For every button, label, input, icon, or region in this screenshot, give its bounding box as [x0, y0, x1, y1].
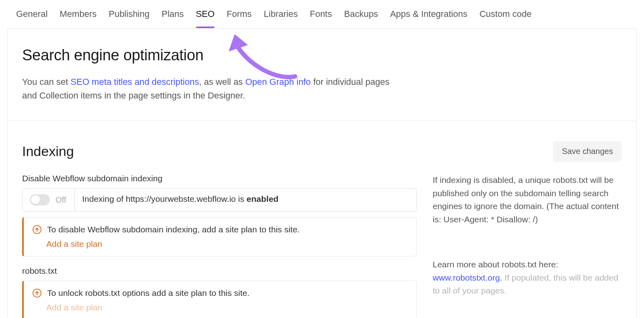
robots-help-prefix: Learn more about robots.txt here: [433, 260, 558, 269]
indexing-toggle[interactable] [30, 194, 50, 205]
indexing-status-prefix: Indexing of https://yourwebste.webflow.i… [82, 194, 247, 203]
warning-text: To disable Webflow subdomain indexing, a… [47, 225, 300, 234]
settings-tabs: General Members Publishing Plans SEO For… [0, 0, 644, 28]
indexing-status-text: Indexing of https://yourwebste.webflow.i… [75, 189, 416, 211]
indexing-status-value: enabled [247, 194, 279, 203]
robots-txt-label: robots.txt [22, 266, 417, 276]
tab-apps-integrations[interactable]: Apps & Integrations [390, 7, 467, 28]
robots-help-text: Learn more about robots.txt here: www.ro… [433, 258, 622, 297]
robotstxt-link[interactable]: www.robotstxt.org [433, 273, 500, 282]
add-site-plan-link[interactable]: Add a site plan [46, 239, 102, 249]
link-open-graph[interactable]: Open Graph info [245, 77, 311, 87]
upgrade-icon [33, 225, 41, 234]
tab-forms[interactable]: Forms [227, 7, 252, 28]
warning-disable-indexing: To disable Webflow subdomain indexing, a… [22, 217, 417, 256]
seo-description: You can set SEO meta titles and descript… [22, 75, 400, 103]
indexing-help-text: If indexing is disabled, a unique robots… [433, 174, 622, 226]
indexing-toggle-row: Off Indexing of https://yourwebste.webfl… [22, 188, 417, 211]
tab-general[interactable]: General [16, 7, 47, 28]
tab-members[interactable]: Members [60, 7, 97, 28]
robots-help-dots: . [500, 273, 505, 282]
tab-fonts[interactable]: Fonts [310, 7, 332, 28]
upgrade-icon [33, 289, 41, 297]
warning-robots-txt: To unlock robots.txt options add a site … [22, 281, 417, 318]
link-seo-meta[interactable]: SEO meta titles and descriptions [70, 77, 199, 87]
indexing-toggle-cell: Off [23, 189, 75, 211]
warning-text: To unlock robots.txt options add a site … [47, 288, 250, 298]
tab-backups[interactable]: Backups [344, 7, 378, 28]
seo-desc-text: , as well as [199, 77, 245, 87]
tab-libraries[interactable]: Libraries [264, 7, 297, 28]
tab-custom-code[interactable]: Custom code [479, 7, 532, 28]
add-site-plan-link[interactable]: Add a site plan [46, 303, 102, 312]
settings-panel: Search engine optimization You can set S… [7, 28, 637, 318]
toggle-state-label: Off [56, 195, 66, 205]
seo-header-section: Search engine optimization You can set S… [8, 29, 636, 121]
indexing-section: Indexing Save changes Disable Webflow su… [8, 121, 636, 318]
tab-publishing[interactable]: Publishing [109, 7, 150, 28]
disable-indexing-label: Disable Webflow subdomain indexing [22, 174, 417, 183]
seo-desc-text: You can set [22, 77, 70, 87]
tab-plans[interactable]: Plans [161, 7, 184, 28]
tab-seo[interactable]: SEO [196, 7, 215, 28]
indexing-title: Indexing [22, 144, 74, 159]
save-changes-button[interactable]: Save changes [553, 141, 622, 162]
page-title: Search engine optimization [22, 47, 622, 64]
